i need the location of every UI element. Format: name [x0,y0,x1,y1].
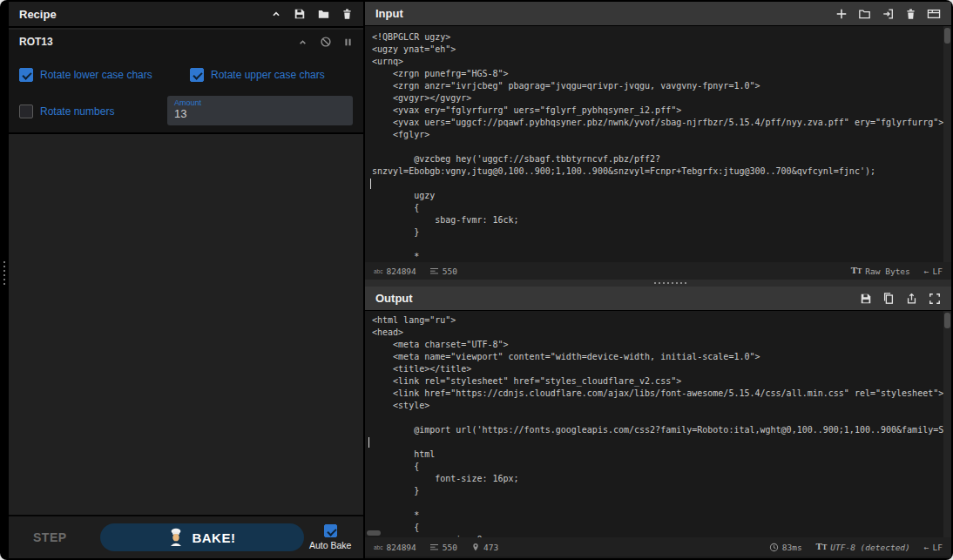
character-encoding-icon: TT [851,266,862,276]
copy-output-icon[interactable] [882,292,895,305]
input-title: Input [375,7,403,20]
load-recipe-folder-icon[interactable] [317,8,330,20]
collapse-operation-icon[interactable] [297,37,308,48]
recipe-header: Recipe [9,2,363,28]
input-line-ending[interactable]: LF [933,267,943,276]
output-hscrollbar-thumb[interactable] [367,530,381,536]
output-bake-time: 83ms [782,543,802,552]
save-output-icon[interactable] [860,293,872,305]
step-button[interactable]: STEP [33,530,67,544]
cyberchef-window: Recipe ROT13 [0,0,953,560]
output-title: Output [375,292,413,305]
io-panels: Input <!QBPGLCR ugz [365,2,951,558]
checkbox-rotate-lower[interactable] [19,68,33,82]
output-scrollbar-track[interactable] [943,311,951,537]
auto-bake-label[interactable]: Auto Bake [309,540,351,550]
breakpoint-pause-icon[interactable] [343,37,353,48]
auto-bake-checkbox[interactable] [324,524,337,537]
cursor-position-pin-icon [471,542,480,552]
checkbox-rotate-numbers[interactable] [19,105,33,118]
io-splitter-handle[interactable] [654,282,686,284]
bake-button[interactable]: BAKE! [100,523,305,551]
input-char-count: 824894 [386,267,416,276]
output-line-ending[interactable]: LF [933,543,943,552]
output-caret [368,437,369,448]
amount-value[interactable]: 13 [174,107,346,121]
line-ending-arrow-icon: ← [924,267,929,276]
clear-recipe-trash-icon[interactable] [341,8,353,20]
output-editor: <html lang="ru"> <head> <meta charset="U… [365,311,951,537]
operations-splitter-handle[interactable] [3,261,5,285]
input-encoding[interactable]: Raw Bytes [865,267,909,276]
clock-icon [769,543,779,552]
open-file-import-icon[interactable] [882,8,895,20]
add-input-tab-icon[interactable] [835,8,848,20]
line-ending-arrow-icon: ← [924,543,929,552]
maximize-output-icon[interactable] [929,293,941,305]
checkbox-label-rotate-lower[interactable]: Rotate lower case chars [40,69,152,81]
save-recipe-icon[interactable] [294,8,306,20]
output-char-count: 824894 [386,543,416,552]
operation-name: ROT13 [19,36,53,48]
output-cursor-position: 473 [483,543,498,552]
recipe-controls-bar: STEP BAKE! Auto Bake [9,515,363,558]
input-header: Input [365,2,951,26]
arg-rotate-numbers[interactable]: Rotate numbers [19,105,114,118]
checkbox-rotate-upper[interactable] [190,68,204,82]
bake-button-label: BAKE! [192,530,235,545]
char-count-icon: abc [374,268,382,274]
input-text[interactable]: <!QBPGLCR ugzy> <ugzy ynat="eh"> <urnq> … [365,26,951,262]
open-folder-icon[interactable] [858,8,871,20]
input-editor[interactable]: <!QBPGLCR ugzy> <ugzy ynat="eh"> <urnq> … [365,26,951,262]
output-encoding[interactable]: UTF-8 (detected) [830,543,910,552]
output-status-bar: abc 824894 550 473 83m [365,537,951,557]
io-splitter[interactable] [365,280,951,287]
clear-io-trash-icon[interactable] [905,8,916,20]
amount-label: Amount [174,98,346,107]
amount-field[interactable]: Amount 13 [167,96,353,125]
output-text: <html lang="ru"> <head> <meta charset="U… [365,311,951,537]
line-count-icon [430,543,439,551]
checkbox-label-rotate-upper[interactable]: Rotate upper case chars [211,69,325,81]
char-count-icon: abc [374,544,382,550]
operation-rot13[interactable]: ROT13 Rotate lower case chars [9,30,363,134]
output-line-count: 550 [443,543,457,552]
replace-input-with-output-icon[interactable] [905,293,918,305]
character-encoding-icon: TT [816,542,828,552]
output-scrollbar-thumb[interactable] [944,313,950,328]
input-status-bar: abc 824894 550 TT Raw Bytes ← LF [365,262,951,280]
recipe-panel: Recipe ROT13 [9,2,363,558]
output-header: Output [365,287,951,311]
arg-rotate-upper[interactable]: Rotate upper case chars [190,68,325,82]
chef-icon [168,528,184,547]
auto-bake-control[interactable]: Auto Bake [304,524,356,550]
checkbox-label-rotate-numbers[interactable]: Rotate numbers [40,105,114,118]
chevron-up-icon[interactable] [270,8,282,20]
operation-title-row: ROT13 [9,30,363,54]
input-scrollbar-track[interactable] [943,26,951,262]
input-caret [370,179,371,189]
arg-rotate-lower[interactable]: Rotate lower case chars [19,68,152,82]
disable-operation-icon[interactable] [320,36,332,48]
line-count-icon [430,267,439,275]
tab-view-icon[interactable] [927,8,941,20]
input-scrollbar-thumb[interactable] [944,28,950,44]
recipe-title: Recipe [19,8,57,21]
input-line-count: 550 [443,267,457,276]
